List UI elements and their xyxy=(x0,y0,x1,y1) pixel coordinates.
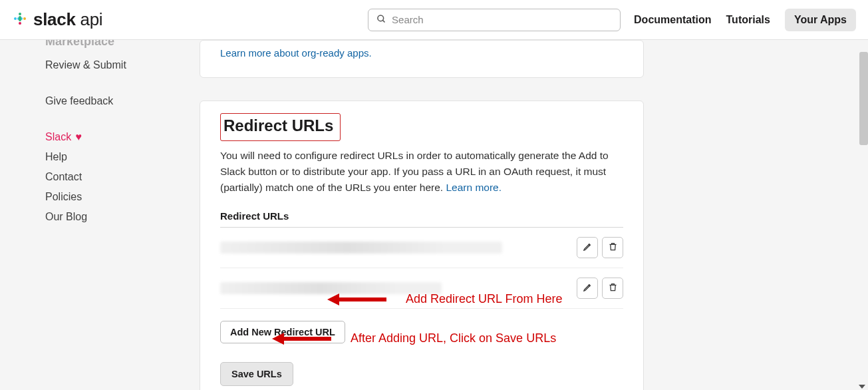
pencil-icon xyxy=(583,282,593,294)
sidebar: Marketplace Review & Submit Give feedbac… xyxy=(45,35,178,227)
sidebar-item-blog[interactable]: Our Blog xyxy=(45,207,178,227)
link-org-ready[interactable]: Learn more about org-ready apps. xyxy=(220,47,372,59)
trash-icon xyxy=(608,242,618,254)
sidebar-item-policies[interactable]: Policies xyxy=(45,187,178,207)
save-urls-button[interactable]: Save URLs xyxy=(220,362,293,386)
nav-documentation[interactable]: Documentation xyxy=(634,14,711,26)
redirect-subheading: Redirect URLs xyxy=(220,210,623,228)
search-input[interactable] xyxy=(392,14,612,25)
sidebar-item-feedback[interactable]: Give feedback xyxy=(45,91,178,111)
brand[interactable]: slack api xyxy=(12,9,102,30)
header-nav: Documentation Tutorials Your Apps xyxy=(634,9,856,31)
heart-icon: ♥ xyxy=(76,131,82,142)
main-column: Learn more about org-ready apps. Redirec… xyxy=(200,40,644,390)
link-learn-more-redirect[interactable]: Learn more. xyxy=(446,182,502,193)
brand-text: slack api xyxy=(33,9,102,30)
card-org-ready: Learn more about org-ready apps. xyxy=(200,40,644,78)
sidebar-slack-label: Slack xyxy=(45,131,71,142)
sidebar-item-review-submit[interactable]: Review & Submit xyxy=(45,55,178,75)
svg-line-7 xyxy=(382,20,384,22)
sidebar-item-help[interactable]: Help xyxy=(45,147,178,167)
sidebar-item-contact[interactable]: Contact xyxy=(45,167,178,187)
add-redirect-url-button[interactable]: Add New Redirect URL xyxy=(220,321,345,343)
redirect-urls-title: Redirect URLs xyxy=(220,113,341,141)
slack-logo-icon xyxy=(12,11,28,29)
search-box[interactable] xyxy=(368,9,621,31)
card-redirect-urls: Redirect URLs You will need to configure… xyxy=(200,100,644,390)
svg-point-6 xyxy=(378,15,384,21)
svg-rect-3 xyxy=(19,22,21,25)
search-icon xyxy=(376,14,386,26)
url-row xyxy=(220,228,623,268)
svg-rect-2 xyxy=(23,17,26,20)
url-row xyxy=(220,268,623,309)
redacted-url xyxy=(220,282,442,294)
nav-your-apps[interactable]: Your Apps xyxy=(785,9,856,31)
svg-rect-5 xyxy=(19,16,21,21)
svg-rect-0 xyxy=(14,17,17,20)
svg-rect-1 xyxy=(19,13,21,15)
nav-tutorials[interactable]: Tutorials xyxy=(726,14,770,26)
scroll-down-icon[interactable] xyxy=(859,385,865,389)
sidebar-item-slack-love[interactable]: Slack ♥ xyxy=(45,127,178,147)
redirect-description: You will need to configure redirect URLs… xyxy=(220,148,623,196)
delete-url-button[interactable] xyxy=(602,278,623,299)
edit-url-button[interactable] xyxy=(577,237,598,258)
redirect-description-text: You will need to configure redirect URLs… xyxy=(220,150,609,193)
top-header: slack api Documentation Tutorials Your A… xyxy=(0,0,868,40)
annotation-save-label: After Adding URL, Click on Save URLs xyxy=(351,331,556,345)
delete-url-button[interactable] xyxy=(602,237,623,258)
edit-url-button[interactable] xyxy=(577,278,598,299)
pencil-icon xyxy=(583,242,593,254)
scrollbar-thumb[interactable] xyxy=(859,52,868,145)
trash-icon xyxy=(608,282,618,294)
redacted-url xyxy=(220,242,502,254)
